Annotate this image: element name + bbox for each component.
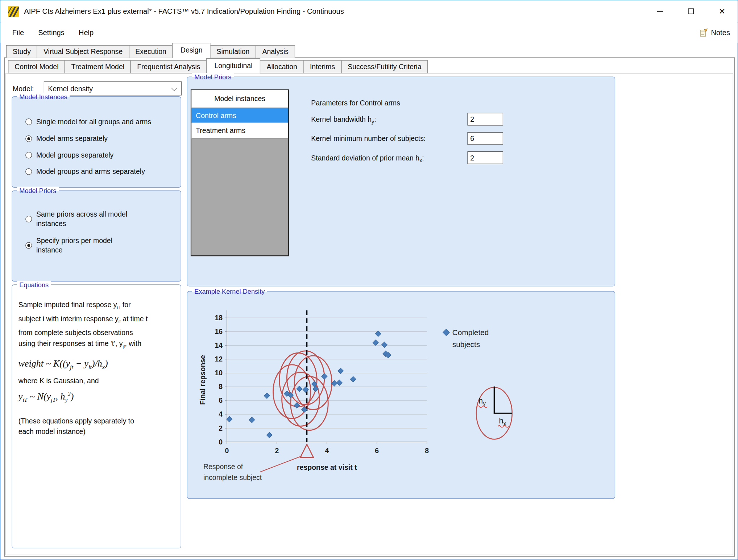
radio-label: Specify priors per model instance: [36, 236, 139, 255]
svg-text:4: 4: [219, 410, 223, 418]
radio-label: Single model for all groups and arms: [36, 118, 151, 126]
radio-model-groups-arms-separately[interactable]: Model groups and arms separately: [25, 167, 145, 175]
tab-simulation[interactable]: Simulation: [210, 45, 256, 58]
equation-normal: yiT ~ N(yjT, hy2): [18, 391, 176, 404]
design-subtabs: Control Model Treatment Model Frequentis…: [8, 58, 428, 74]
close-button[interactable]: ✕: [706, 0, 738, 22]
params-title: Parameters for Control arms: [311, 99, 400, 107]
equations-body: Sample imputed final respose yiT forsubj…: [18, 299, 176, 437]
notes-label: Notes: [711, 29, 730, 37]
radio-model-arms-separately[interactable]: Model arms separately: [25, 134, 108, 142]
maximize-icon: [688, 8, 694, 14]
model-priors-left-group-title: Model Priors: [17, 187, 59, 195]
menu-file[interactable]: File: [5, 29, 31, 37]
subtab-allocation[interactable]: Allocation: [260, 60, 304, 73]
model-instances-group: Model Instances Single model for all gro…: [12, 96, 181, 188]
radio-icon: [25, 242, 32, 248]
window-controls: ✕: [644, 0, 738, 22]
radio-model-groups-separately[interactable]: Model groups separately: [25, 151, 113, 159]
model-priors-panel: Model Priors Model instances Control arm…: [187, 77, 615, 287]
subtab-success-futility-criteria[interactable]: Success/Futility Criteria: [341, 60, 428, 73]
tab-study[interactable]: Study: [6, 45, 37, 58]
param-label-prior-mean-sd: Standard deviation of prior mean hx:: [311, 151, 424, 167]
svg-text:Completed: Completed: [452, 328, 489, 337]
svg-text:response at visit t: response at visit t: [297, 463, 357, 471]
radio-icon: [25, 118, 32, 125]
titlebar: AIPF Cts Alzheimers Ex1 plus external* -…: [0, 0, 737, 22]
svg-text:6: 6: [375, 447, 379, 455]
list-item-treatment-arms[interactable]: Treatment arms: [191, 123, 288, 139]
model-instances-listbox: Model instances Control arms Treatment a…: [191, 89, 289, 256]
tab-analysis[interactable]: Analysis: [256, 45, 295, 58]
equation-weight: weight ~ K((yjt − yit)/hx): [18, 358, 176, 371]
menubar: File Settings Help Notes: [0, 22, 737, 43]
kernel-density-chart: 02468101214161802468Final repsonserespon…: [188, 294, 614, 488]
equations-group-title: Equations: [17, 281, 51, 289]
menu-settings[interactable]: Settings: [31, 29, 72, 37]
model-priors-left-group: Model Priors Same priors across all mode…: [12, 191, 181, 282]
svg-text:subjects: subjects: [452, 340, 480, 348]
radio-single-model-all[interactable]: Single model for all groups and arms: [25, 118, 151, 126]
svg-text:8: 8: [219, 383, 223, 390]
kernel-min-subjects-input[interactable]: [467, 132, 503, 145]
svg-text:incomplete subject: incomplete subject: [203, 473, 262, 481]
radio-icon: [25, 152, 32, 158]
svg-text:2: 2: [219, 424, 223, 432]
svg-text:16: 16: [215, 327, 223, 335]
radio-same-priors[interactable]: Same priors across all model instances: [25, 209, 139, 229]
example-kernel-density-group: Example Kernel Density 02468101214161802…: [187, 291, 615, 499]
radio-specify-priors[interactable]: Specify priors per model instance: [25, 235, 139, 256]
radio-label: Model groups separately: [36, 151, 113, 159]
model-dropdown-value: Kernel density: [48, 84, 92, 92]
subtab-control-model[interactable]: Control Model: [8, 60, 65, 73]
model-label: Model:: [13, 85, 34, 93]
subtab-longitudinal[interactable]: Longitudinal: [206, 58, 260, 74]
maximize-button[interactable]: [675, 0, 706, 22]
svg-text:12: 12: [215, 355, 223, 363]
chevron-down-icon: [171, 85, 177, 91]
param-label-kernel-bandwidth: Kernel bandwidth hy:: [311, 113, 376, 129]
radio-icon: [25, 168, 32, 175]
notes-button[interactable]: Notes: [699, 28, 730, 37]
list-item-control-arms[interactable]: Control arms: [191, 108, 288, 123]
minimize-button[interactable]: [644, 0, 676, 22]
svg-text:Response of: Response of: [203, 463, 243, 471]
svg-text:8: 8: [425, 447, 429, 455]
model-priors-panel-title: Model Priors: [192, 73, 234, 81]
radio-icon: [25, 216, 32, 222]
menu-help[interactable]: Help: [71, 29, 100, 37]
tab-virtual-subject-response[interactable]: Virtual Subject Response: [37, 45, 129, 58]
svg-text:6: 6: [219, 396, 223, 404]
svg-text:18: 18: [215, 314, 223, 322]
main-tabs: Study Virtual Subject Response Execution…: [6, 43, 295, 58]
app-logo-icon: [8, 6, 19, 17]
equation-where-line: where K is Gaussian, and: [18, 377, 176, 385]
svg-text:Final repsonse: Final repsonse: [199, 355, 207, 405]
listbox-empty-area: [191, 139, 288, 255]
svg-text:0: 0: [219, 438, 223, 446]
window-title: AIPF Cts Alzheimers Ex1 plus external* -…: [24, 7, 344, 15]
svg-text:4: 4: [325, 447, 329, 455]
subtab-interims[interactable]: Interims: [303, 60, 342, 73]
svg-text:10: 10: [215, 369, 223, 377]
app-window: AIPF Cts Alzheimers Ex1 plus external* -…: [0, 0, 738, 560]
minimize-icon: [657, 11, 663, 12]
notes-icon: [699, 28, 708, 37]
equations-group: Equations Sample imputed final respose y…: [12, 284, 181, 548]
tab-design[interactable]: Design: [173, 43, 211, 58]
radio-label: Model arms separately: [36, 134, 108, 142]
equations-note: (These equations apply separately toeach…: [18, 416, 150, 436]
close-icon: ✕: [719, 7, 726, 15]
svg-text:0: 0: [225, 447, 229, 455]
prior-mean-sd-input[interactable]: [467, 151, 503, 164]
model-instances-group-title: Model Instances: [17, 93, 70, 101]
subtab-treatment-model[interactable]: Treatment Model: [65, 60, 131, 73]
radio-label: Model groups and arms separately: [36, 167, 145, 175]
kernel-bandwidth-input[interactable]: [467, 113, 503, 126]
subtab-frequentist-analysis[interactable]: Frequentist Analysis: [130, 60, 207, 73]
tab-execution[interactable]: Execution: [129, 45, 173, 58]
listbox-header: Model instances: [191, 90, 288, 108]
equations-intro-text: Sample imputed final respose yiT forsubj…: [18, 299, 176, 352]
radio-label: Same priors across all model instances: [36, 210, 139, 229]
param-label-kernel-min-subjects: Kernel minimum number of subjects:: [311, 132, 426, 145]
